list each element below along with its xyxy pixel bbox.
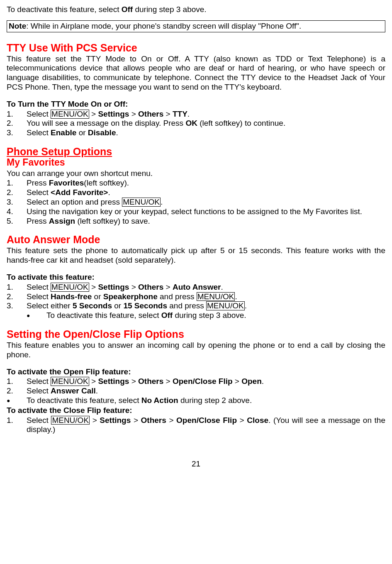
list-item: 1. Select MENU/OK > Settings > Others > … (7, 377, 385, 386)
step-body: Select MENU/OK > Settings > Others > TTY… (27, 110, 385, 119)
step-number: 1. (7, 283, 27, 292)
step-number: 2. (7, 292, 27, 302)
flip-open-steps: 1. Select MENU/OK > Settings > Others > … (7, 377, 385, 405)
tty-paragraph: This feature set the TTY Mode to On or O… (7, 54, 385, 92)
step-body: Select MENU/OK > Settings > Others > Ope… (27, 416, 385, 435)
off-label: Off (122, 5, 133, 14)
bullet-icon: ● (7, 396, 27, 404)
step-number: 4. (7, 207, 27, 217)
menu-ok-key: MENU/OK (51, 110, 89, 119)
step-body: Select Answer Call. (27, 386, 385, 396)
note-box: Note: While in Airplane mode, your phone… (7, 20, 385, 32)
step-number: 2. (7, 119, 27, 128)
note-text: : While in Airplane mode, your phone's s… (26, 22, 301, 30)
menu-ok-key: MENU/OK (206, 301, 245, 310)
list-item: 2. Select <Add Favorite>. (7, 188, 385, 198)
list-item: 3. Select either 5 Seconds or 15 Seconds… (7, 301, 385, 311)
tty-subhead: To Turn the TTY Mode On or Off: (7, 100, 385, 109)
list-item: 5. Press Assign (left softkey) to save. (7, 217, 385, 226)
menu-ok-key: MENU/OK (122, 198, 161, 207)
menu-ok-key: MENU/OK (51, 283, 89, 292)
auto-steps: 1. Select MENU/OK > Settings > Others > … (7, 283, 385, 320)
list-item: 2. You will see a message on the display… (7, 119, 385, 128)
flip-close-subhead: To activate the Close Flip feature: (7, 406, 385, 415)
step-number: 5. (7, 217, 27, 226)
list-item: 1. Select MENU/OK > Settings > Others > … (7, 416, 385, 435)
step-number: 1. (7, 377, 27, 386)
step-number: 2. (7, 386, 27, 396)
step-number: 3. (7, 301, 27, 311)
step-body: Select MENU/OK > Settings > Others > Aut… (27, 283, 385, 292)
step-body: Press Assign (left softkey) to save. (27, 217, 385, 226)
heading-tty: TTY Use With PCS Service (7, 42, 385, 54)
text: To deactivate this feature, select (7, 5, 122, 14)
list-item: 1. Select MENU/OK > Settings > Others > … (7, 283, 385, 292)
step-body: You will see a message on the display. P… (27, 119, 385, 128)
step-body: Select <Add Favorite>. (27, 188, 385, 198)
step-body: Select MENU/OK > Settings > Others > Ope… (27, 377, 385, 386)
step-body: Press Favorites(left softkey). (27, 178, 385, 188)
list-item: 3. Select an option and press MENU/OK. (7, 198, 385, 207)
step-number: 2. (7, 188, 27, 198)
fav-steps: 1. Press Favorites(left softkey). 2. Sel… (7, 178, 385, 226)
bullet-icon: ● (27, 311, 46, 319)
menu-ok-key: MENU/OK (51, 377, 89, 386)
step-body: Select Enable or Disable. (27, 128, 385, 138)
list-item: 4. Using the navigation key or your keyp… (7, 207, 385, 217)
auto-subhead: To activate this feature: (7, 273, 385, 282)
step-number: 3. (7, 128, 27, 138)
step-body: Select Hands-free or Speakerphone and pr… (27, 292, 385, 302)
deactivate-note-top: To deactivate this feature, select Off d… (7, 5, 385, 15)
menu-ok-key: MENU/OK (197, 292, 235, 301)
note-label: Note (9, 22, 26, 30)
menu-ok-key: MENU/OK (51, 416, 90, 425)
fav-paragraph: You can arrange your own shortcut menu. (7, 169, 385, 178)
auto-paragraph: This feature sets the phone to automatic… (7, 246, 385, 265)
flip-open-subhead: To activate the Open Flip feature: (7, 367, 385, 377)
list-item: 2. Select Hands-free or Speakerphone and… (7, 292, 385, 302)
heading-phone-setup: Phone Setup Options (7, 145, 385, 158)
heading-my-favorites: My Favorites (7, 157, 385, 168)
step-body: Select either 5 Seconds or 15 Seconds an… (27, 301, 385, 311)
list-item: 2. Select Answer Call. (7, 386, 385, 396)
step-number: 1. (7, 178, 27, 188)
step-number: 1. (7, 110, 27, 119)
tty-steps: 1. Select MENU/OK > Settings > Others > … (7, 110, 385, 138)
list-item-bullet: ● To deactivate this feature, select Off… (27, 311, 385, 320)
flip-close-steps: 1. Select MENU/OK > Settings > Others > … (7, 416, 385, 435)
flip-paragraph: This feature enables you to answer an in… (7, 341, 385, 360)
step-body: Using the navigation key or your keypad,… (27, 207, 385, 217)
step-body: To deactivate this feature, select No Ac… (27, 396, 385, 405)
step-body: Select an option and press MENU/OK. (27, 198, 385, 207)
list-item: 1. Select MENU/OK > Settings > Others > … (7, 110, 385, 119)
step-number: 3. (7, 198, 27, 207)
page-number: 21 (7, 459, 385, 469)
list-item: 1. Press Favorites(left softkey). (7, 178, 385, 188)
step-number: 1. (7, 416, 27, 425)
list-item-bullet: ● To deactivate this feature, select No … (7, 396, 385, 405)
heading-auto-answer: Auto Answer Mode (7, 233, 385, 246)
list-item: 3. Select Enable or Disable. (7, 128, 385, 138)
heading-flip: Setting the Open/Close Flip Options (7, 328, 385, 340)
text: during step 3 above. (133, 5, 206, 14)
step-body: To deactivate this feature, select Off d… (46, 311, 385, 320)
